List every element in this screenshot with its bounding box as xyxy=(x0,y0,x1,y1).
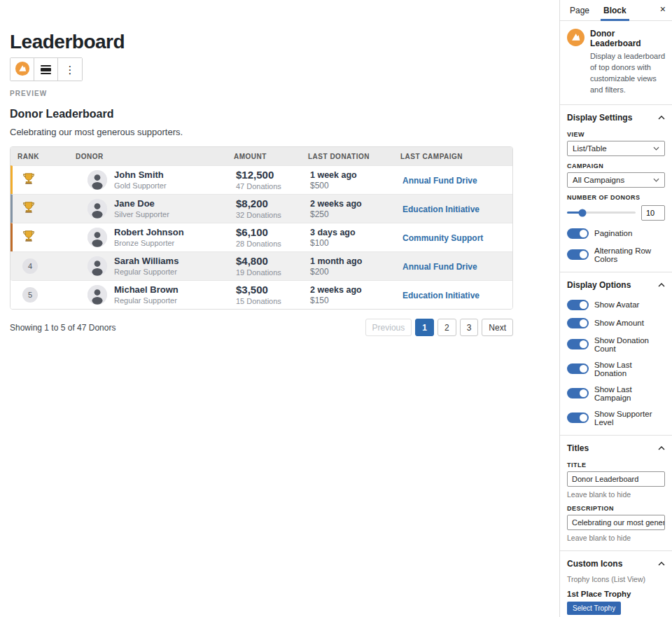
show-last-donation-label: Show Last Donation xyxy=(594,361,665,377)
campaign-link[interactable]: Annual Fund Drive xyxy=(402,176,477,186)
donor-name: Jane Doe xyxy=(114,198,169,209)
table-footer: Showing 1 to 5 of 47 Donors Previous 1 2… xyxy=(10,319,513,336)
select-trophy-1-button[interactable]: Select Trophy xyxy=(567,602,621,615)
rank-cell xyxy=(13,230,71,245)
show-last-donation-toggle[interactable] xyxy=(567,363,589,374)
chevron-up-icon xyxy=(658,446,665,450)
campaign-link[interactable]: Annual Fund Drive xyxy=(402,262,477,272)
show-amount-toggle[interactable] xyxy=(567,318,589,328)
trophy-icons-subtitle: Trophy Icons (List View) xyxy=(567,575,665,583)
chevron-up-icon xyxy=(658,283,665,287)
show-supporter-level-toggle[interactable] xyxy=(567,413,589,423)
campaign-select-value: All Campaigns xyxy=(573,176,624,184)
avatar xyxy=(88,170,107,190)
block-toolbar: ⋮ xyxy=(10,57,83,81)
campaign-link[interactable]: Education Initiative xyxy=(402,204,479,214)
last-donation-ago: 2 weeks ago xyxy=(310,284,395,296)
view-select[interactable]: List/Table xyxy=(567,141,665,156)
tab-block[interactable]: Block xyxy=(596,0,634,21)
pagination-toggle[interactable] xyxy=(567,228,589,239)
show-last-campaign-toggle[interactable] xyxy=(567,388,589,398)
last-donation-ago: 1 month ago xyxy=(310,256,395,267)
kebab-icon: ⋮ xyxy=(65,64,76,75)
alternating-rows-toggle[interactable] xyxy=(567,249,589,260)
show-avatar-toggle[interactable] xyxy=(567,300,589,310)
page-1-button[interactable]: 1 xyxy=(415,319,434,336)
preview-label: PREVIEW xyxy=(10,90,513,97)
options-button[interactable]: ⋮ xyxy=(58,58,82,81)
supporter-level: Bronze Supporter xyxy=(114,238,184,248)
last-donation-ago: 3 days ago xyxy=(310,227,395,238)
last-campaign-cell: Education Initiative xyxy=(395,202,512,215)
last-donation-amount: $100 xyxy=(310,238,395,248)
show-donation-count-toggle[interactable] xyxy=(567,339,589,349)
title-input[interactable] xyxy=(567,471,665,487)
gold-trophy-icon xyxy=(22,172,35,188)
panel-custom-icons-header[interactable]: Custom Icons xyxy=(567,557,665,571)
align-button[interactable] xyxy=(34,58,58,81)
leaderboard-title: Donor Leaderboard xyxy=(10,108,513,120)
last-donation-cell: 2 weeks ago$150 xyxy=(304,284,395,305)
amount: $3,500 xyxy=(236,284,304,296)
last-donation-amount: $250 xyxy=(310,209,395,219)
page-3-button[interactable]: 3 xyxy=(460,319,479,336)
panel-display-options-header[interactable]: Display Options xyxy=(567,279,665,292)
sidebar-tabs: Page Block × xyxy=(560,0,672,21)
page-title[interactable]: Leaderboard xyxy=(10,31,513,53)
panel-display-settings: Display Settings VIEW List/Table CAMPAIG… xyxy=(560,105,672,272)
panel-titles: Titles TITLE Leave blank to hide DESCRIP… xyxy=(560,436,672,551)
number-of-donors-slider[interactable] xyxy=(567,212,636,214)
panel-titles-header[interactable]: Titles xyxy=(567,442,665,455)
editor-canvas: Leaderboard ⋮ PREVIEW Donor Leaderboard … xyxy=(0,0,559,617)
show-supporter-level-row: Show Supporter Level xyxy=(567,410,665,427)
col-header-amount: AMOUNT xyxy=(227,153,302,160)
panel-display-settings-header[interactable]: Display Settings xyxy=(567,111,665,125)
align-icon xyxy=(41,65,51,74)
page-2-button[interactable]: 2 xyxy=(438,319,456,336)
last-campaign-cell: Annual Fund Drive xyxy=(395,260,512,272)
donor-cell: John SmithGold Supporter xyxy=(71,169,230,191)
chevron-down-icon xyxy=(653,178,659,182)
number-of-donors-input[interactable] xyxy=(641,205,665,221)
show-donation-count-label: Show Donation Count xyxy=(594,336,665,353)
close-icon[interactable]: × xyxy=(660,4,666,14)
avatar xyxy=(88,285,107,305)
editor-app: Leaderboard ⋮ PREVIEW Donor Leaderboard … xyxy=(0,0,672,617)
supporter-level: Regular Supporter xyxy=(114,267,178,277)
block-type-button[interactable] xyxy=(10,58,34,81)
panel-display-options: Display Options Show Avatar Show Amount … xyxy=(560,272,672,436)
slider-handle[interactable] xyxy=(578,209,586,216)
description-input[interactable] xyxy=(567,515,665,530)
last-donation-amount: $200 xyxy=(310,267,395,277)
leaderboard-table: RANK DONOR AMOUNT LAST DONATION LAST CAM… xyxy=(10,146,513,310)
chevron-up-icon xyxy=(658,562,665,566)
last-donation-cell: 2 weeks ago$250 xyxy=(304,198,395,219)
last-donation-amount: $500 xyxy=(310,181,395,190)
number-of-donors-label: NUMBER OF DONORS xyxy=(567,194,665,201)
previous-page-button[interactable]: Previous xyxy=(365,319,412,336)
campaign-link[interactable]: Education Initiative xyxy=(402,291,479,300)
last-donation-cell: 1 week ago$500 xyxy=(304,169,395,190)
tab-page[interactable]: Page xyxy=(563,0,596,21)
col-header-rank: RANK xyxy=(10,153,69,160)
bronze-trophy-icon xyxy=(22,230,35,245)
donor-cell: Michael BrownRegular Supporter xyxy=(71,284,230,306)
show-last-donation-row: Show Last Donation xyxy=(567,361,665,377)
donor-cell: Robert JohnsonBronze Supporter xyxy=(71,227,230,249)
donor-cell: Jane DoeSilver Supporter xyxy=(71,198,230,220)
campaign-select[interactable]: All Campaigns xyxy=(567,172,665,188)
description-label: DESCRIPTION xyxy=(567,505,665,512)
supporter-level: Regular Supporter xyxy=(114,296,178,305)
avatar xyxy=(88,256,107,276)
campaign-link[interactable]: Community Support xyxy=(402,233,483,243)
donation-count: 28 Donations xyxy=(236,239,304,249)
show-supporter-level-label: Show Supporter Level xyxy=(594,410,665,427)
last-donation-ago: 1 week ago xyxy=(310,169,395,181)
table-row: 4 Sarah WilliamsRegular Supporter $4,800… xyxy=(10,251,512,280)
next-page-button[interactable]: Next xyxy=(482,319,513,336)
rank-badge: 4 xyxy=(22,258,38,274)
rank-cell: 4 xyxy=(13,258,71,274)
title-label: TITLE xyxy=(567,462,665,469)
last-donation-ago: 2 weeks ago xyxy=(310,198,395,209)
supporter-level: Silver Supporter xyxy=(114,209,169,219)
